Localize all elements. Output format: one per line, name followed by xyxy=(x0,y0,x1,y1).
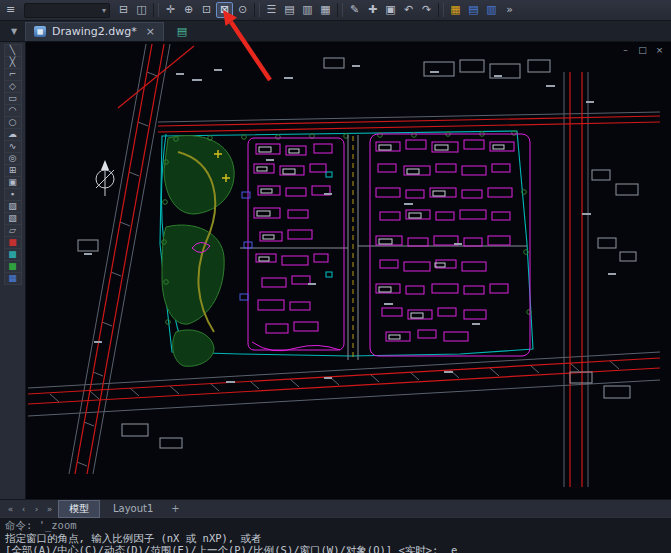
zoom-window-icon[interactable]: ⊡ xyxy=(198,2,215,18)
window-minimize-icon[interactable]: – xyxy=(621,45,630,55)
top-toolbar: ≡ ▾ ⊟◫✛⊕⊡⊠⊙☰▤▥▦✎✚▣↶↷▦▤▥» xyxy=(0,0,671,21)
layers-icon[interactable]: ▦ xyxy=(4,272,22,285)
tab-model[interactable]: 模型 xyxy=(58,500,100,518)
toolbar-separator xyxy=(337,3,343,17)
window-maximize-icon[interactable]: □ xyxy=(638,45,647,55)
chevron-down-icon: ▾ xyxy=(102,6,106,15)
left-draw-toolbar: ╲╳⌐◇▭◠○☁∿◎⊞▣∙▨▧▱■■■▦ xyxy=(0,42,26,499)
main-area: ╲╳⌐◇▭◠○☁∿◎⊞▣∙▨▧▱■■■▦ – □ × xyxy=(0,42,671,499)
add-layout-button[interactable]: + xyxy=(164,502,186,515)
toolbar-separator xyxy=(254,3,260,17)
move-icon[interactable]: ✚ xyxy=(364,2,381,18)
buildings-magenta xyxy=(192,134,530,356)
tab-layout1[interactable]: Layout1 xyxy=(102,501,164,516)
window-close-icon[interactable]: × xyxy=(655,45,664,55)
layer-states-icon[interactable]: ▥ xyxy=(483,2,500,18)
zoom-extents-icon[interactable]: ⊠ xyxy=(216,2,233,18)
command-history-line-1: 命令: '_zoom xyxy=(5,519,666,532)
redo-icon[interactable]: ↷ xyxy=(418,2,435,18)
table-icon[interactable]: ▦ xyxy=(447,2,464,18)
properties-icon[interactable]: ☰ xyxy=(263,2,280,18)
draw-icon-group: ╲╳⌐◇▭◠○☁∿◎⊞▣∙▨▧▱■■■▦ xyxy=(4,44,22,284)
command-line-panel[interactable]: 命令: '_zoom 指定窗口的角点, 输入比例因子 (nX 或 nXP), 或… xyxy=(0,517,671,553)
toolbar-separator xyxy=(438,3,444,17)
plot-preview-icon[interactable]: ◫ xyxy=(133,2,150,18)
toolbar-icon-group: ⊟◫✛⊕⊡⊠⊙☰▤▥▦✎✚▣↶↷▦▤▥» xyxy=(115,2,518,18)
drawing-canvas[interactable]: – □ × xyxy=(26,42,671,499)
match-properties-icon[interactable]: ✎ xyxy=(346,2,363,18)
sheet-set-manager-icon[interactable]: ▦ xyxy=(317,2,334,18)
copy-icon[interactable]: ▣ xyxy=(382,2,399,18)
toolbar-overflow-icon[interactable]: » xyxy=(501,2,518,18)
plot-icon[interactable]: ⊟ xyxy=(115,2,132,18)
drawing-window-controls: – □ × xyxy=(621,45,664,55)
zoom-previous-icon[interactable]: ⊙ xyxy=(234,2,251,18)
command-prompt-line: [全部(A)/中心(C)/动态(D)/范围(E)/上一个(P)/比例(S)/窗口… xyxy=(5,544,666,553)
site-plan-svg[interactable] xyxy=(26,42,671,499)
tab-nav-next-icon[interactable]: › xyxy=(30,504,43,514)
new-drawing-tab-icon[interactable]: ▤ xyxy=(171,23,193,40)
tab-drawing2[interactable]: ▦ Drawing2.dwg* × xyxy=(25,22,164,41)
tab-label: Drawing2.dwg* xyxy=(52,25,137,38)
layer-manager-icon[interactable]: ▤ xyxy=(465,2,482,18)
document-tab-bar: ▼ ▦ Drawing2.dwg* × ▤ xyxy=(0,21,671,42)
north-arrow xyxy=(96,160,114,196)
toolbar-separator xyxy=(153,3,159,17)
dwg-file-icon: ▦ xyxy=(34,26,46,37)
command-history-line-2: 指定窗口的角点, 输入比例因子 (nX 或 nXP), 或者 xyxy=(5,532,666,545)
tab-nav-first-icon[interactable]: « xyxy=(4,504,17,514)
blue-elements xyxy=(240,192,252,300)
tab-nav-last-icon[interactable]: » xyxy=(43,504,56,514)
workspace-dropdown[interactable]: ▾ xyxy=(24,3,110,18)
tiny-labels xyxy=(84,66,616,382)
layout-tab-bar: « ‹ › » 模型 Layout1 + xyxy=(0,499,671,517)
pan-icon[interactable]: ✛ xyxy=(162,2,179,18)
designcenter-icon[interactable]: ▤ xyxy=(281,2,298,18)
tool-palettes-icon[interactable]: ▥ xyxy=(299,2,316,18)
zoom-realtime-icon[interactable]: ⊕ xyxy=(180,2,197,18)
road-hatching xyxy=(50,72,619,466)
tab-close-icon[interactable]: × xyxy=(146,25,155,38)
tab-nav-prev-icon[interactable]: ‹ xyxy=(17,504,30,514)
tab-list-dropdown-icon[interactable]: ▼ xyxy=(6,27,22,36)
menu-icon[interactable]: ≡ xyxy=(2,2,19,18)
undo-icon[interactable]: ↶ xyxy=(400,2,417,18)
